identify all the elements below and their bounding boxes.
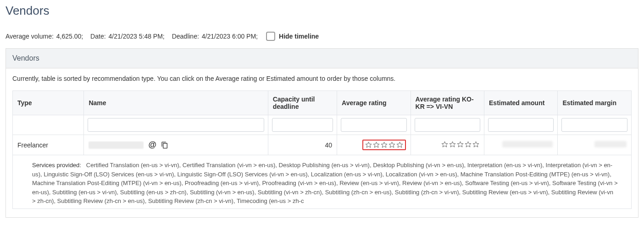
th-type[interactable]: Type bbox=[13, 91, 84, 115]
page-title: Vendors bbox=[6, 4, 638, 18]
cell-name: @ bbox=[84, 135, 268, 155]
date-label: Date: bbox=[90, 33, 105, 40]
cell-avg-rating bbox=[337, 135, 411, 155]
cell-capacity: 40 bbox=[268, 135, 337, 155]
cell-est-margin bbox=[558, 135, 632, 155]
panel-header: Vendors bbox=[6, 49, 638, 68]
vendors-panel: Vendors Currently, table is sorted by re… bbox=[6, 48, 638, 218]
date-value: 4/21/2023 5:48 PM; bbox=[109, 33, 165, 40]
info-bar: Average volume: 4,625.00; Date: 4/21/202… bbox=[6, 32, 638, 41]
th-avg-rating-lang[interactable]: Average rating KO-KR => VI-VN bbox=[411, 91, 484, 115]
table-row: Freelancer @ 40 bbox=[13, 135, 632, 155]
hide-timeline-checkbox[interactable] bbox=[266, 32, 275, 41]
vendor-name-redacted bbox=[89, 141, 144, 149]
svg-marker-7 bbox=[457, 141, 463, 147]
svg-marker-0 bbox=[366, 142, 372, 147]
est-margin-redacted bbox=[594, 141, 627, 147]
filter-amount-input[interactable] bbox=[488, 118, 554, 132]
th-capacity[interactable]: Capacity until deadline bbox=[268, 91, 337, 115]
deadline-value: 4/21/2023 6:00 PM; bbox=[202, 33, 258, 40]
filter-avg-input[interactable] bbox=[341, 118, 406, 132]
filter-name-input[interactable] bbox=[88, 118, 264, 132]
est-amount-redacted bbox=[502, 141, 553, 147]
sort-hint: Currently, table is sorted by recommenda… bbox=[12, 75, 632, 82]
filter-avg-lang-input[interactable] bbox=[415, 118, 480, 132]
th-avg-rating[interactable]: Average rating bbox=[337, 91, 411, 115]
svg-marker-5 bbox=[442, 141, 448, 147]
svg-marker-2 bbox=[381, 142, 387, 147]
avg-rating-lang-stars[interactable] bbox=[441, 141, 479, 148]
avg-rating-stars-highlighted[interactable] bbox=[362, 140, 406, 150]
avg-volume-value: 4,625.00; bbox=[56, 33, 83, 40]
svg-marker-3 bbox=[389, 142, 395, 147]
filter-margin-input[interactable] bbox=[561, 118, 627, 132]
th-name[interactable]: Name bbox=[84, 91, 268, 115]
svg-marker-8 bbox=[465, 141, 471, 147]
filter-capacity-input[interactable] bbox=[272, 118, 333, 132]
filter-row bbox=[13, 115, 632, 135]
svg-marker-4 bbox=[397, 142, 403, 147]
th-est-amount[interactable]: Estimated amount bbox=[484, 91, 558, 115]
services-row: Services provided: Certified Translation… bbox=[13, 155, 632, 209]
svg-marker-6 bbox=[450, 141, 455, 147]
svg-marker-9 bbox=[473, 141, 479, 147]
avg-volume-label: Average volume: bbox=[6, 33, 54, 40]
hide-timeline-label: Hide timeline bbox=[279, 33, 319, 40]
services-text: Certified Translation (en-us > vi-vn), C… bbox=[32, 162, 618, 204]
cell-avg-rating-lang bbox=[411, 135, 484, 155]
svg-marker-1 bbox=[373, 142, 379, 147]
copy-icon[interactable] bbox=[161, 141, 168, 149]
cell-type: Freelancer bbox=[13, 135, 84, 155]
deadline-label: Deadline: bbox=[172, 33, 199, 40]
email-icon[interactable]: @ bbox=[148, 140, 156, 150]
th-est-margin[interactable]: Estimated margin bbox=[558, 91, 632, 115]
cell-est-amount bbox=[484, 135, 558, 155]
services-label: Services provided: bbox=[32, 162, 81, 169]
vendors-table: Type Name Capacity until deadline Averag… bbox=[12, 90, 632, 209]
